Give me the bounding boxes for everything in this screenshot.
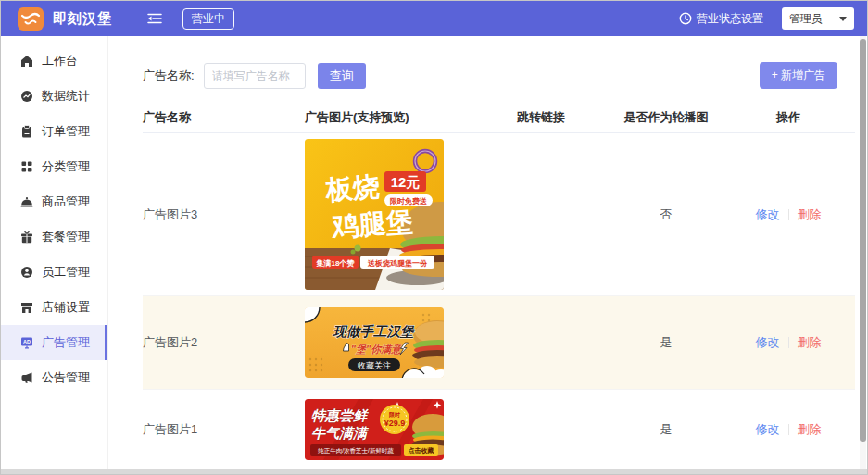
ad-carousel-flag: 否	[610, 206, 722, 223]
ad-image-preview[interactable]: 现做手工汉堡 "堡"你满意 收藏关注	[305, 307, 444, 378]
ad1-title1: 特惠尝鲜	[311, 407, 370, 423]
burger-logo-icon	[18, 7, 44, 31]
ad-name: 广告图片2	[143, 334, 305, 351]
sidebar-item-label: 员工管理	[42, 264, 90, 281]
sidebar-item-products[interactable]: 商品管理	[1, 184, 107, 219]
grid-icon	[20, 160, 33, 173]
staff-icon	[20, 266, 33, 279]
ad-name: 广告图片3	[143, 206, 305, 223]
clipboard-icon	[20, 125, 33, 138]
chevron-down-icon	[839, 17, 847, 21]
header-carousel: 是否作为轮播图	[610, 109, 722, 126]
ad3-promo-text: 送板烧鸡腿堡一份	[367, 259, 428, 268]
ad1-badge-price: ¥29.9	[384, 419, 406, 428]
search-label: 广告名称:	[143, 68, 195, 84]
ad2-subtitle: "堡"你满意	[351, 344, 403, 355]
sidebar-item-statistics[interactable]: 数据统计	[1, 79, 107, 114]
sidebar-item-combos[interactable]: 套餐管理	[1, 219, 107, 255]
role-select[interactable]: 管理员	[782, 7, 854, 30]
search-input[interactable]	[204, 63, 306, 89]
edit-link[interactable]: 修改	[756, 421, 780, 438]
ad3-price: 12元	[391, 174, 421, 190]
edit-link[interactable]: 修改	[756, 334, 780, 351]
sidebar-item-label: 广告管理	[42, 334, 90, 351]
ad3-promo-badge: 集满18个赞	[316, 259, 355, 268]
ad-image-preview[interactable]: 板烧 鸡腿堡 12元 限时免费送 集满18个赞 送板烧鸡腿堡一份	[305, 139, 444, 290]
sidebar-item-label: 公告管理	[42, 369, 90, 386]
divider	[788, 337, 789, 348]
ad3-title2: 鸡腿堡	[331, 206, 414, 242]
ad2-button: 收藏关注	[358, 361, 391, 370]
sidebar-item-label: 分类管理	[42, 158, 90, 175]
ad-image-preview[interactable]: 特惠尝鲜 牛气满满 限时 ¥29.9 纯正牛肉/浓香芝士/新鲜时蔬 点击收藏	[305, 399, 444, 460]
ad-carousel-flag: 是	[610, 334, 722, 351]
header-operation: 操作	[722, 109, 855, 126]
sidebar-item-label: 数据统计	[42, 88, 90, 105]
ad1-badge-small: 限时	[389, 411, 400, 419]
role-select-value: 管理员	[789, 11, 823, 27]
ad-name: 广告图片1	[143, 421, 305, 438]
delete-link[interactable]: 删除	[798, 206, 822, 223]
vertical-scrollbar[interactable]	[860, 36, 866, 469]
bottom-window-edge	[1, 469, 867, 474]
table-row: 广告图片3	[143, 133, 855, 296]
delete-link[interactable]: 删除	[798, 334, 822, 351]
dish-icon	[20, 195, 33, 208]
clock-icon	[679, 12, 692, 25]
search-bar: 广告名称: 查询 + 新增广告	[143, 62, 860, 89]
table-row: 广告图片2	[143, 296, 855, 390]
storefront-icon	[20, 301, 33, 314]
business-status-label: 营业状态设置	[697, 11, 763, 27]
business-status-setting[interactable]: 营业状态设置	[679, 11, 763, 27]
header-ad-name: 广告名称	[143, 109, 305, 126]
sidebar-item-staff[interactable]: 员工管理	[1, 255, 107, 290]
table-row: 广告图片1	[143, 390, 855, 470]
ad1-title2: 牛气满满	[311, 425, 370, 441]
home-icon	[20, 55, 33, 68]
sidebar-item-label: 订单管理	[42, 123, 90, 140]
divider	[788, 424, 789, 435]
ad3-title1: 板烧	[324, 171, 381, 205]
app-title: 即刻汉堡	[53, 10, 112, 28]
ad-carousel-flag: 是	[610, 421, 722, 438]
sidebar-item-ads[interactable]: AD 广告管理	[1, 325, 107, 360]
sidebar-item-label: 店铺设置	[42, 299, 90, 316]
divider	[788, 209, 789, 220]
sidebar-item-orders[interactable]: 订单管理	[1, 114, 107, 149]
ad1-features: 纯正牛肉/浓香芝士/新鲜时蔬	[317, 447, 394, 455]
stats-icon	[20, 90, 33, 103]
sidebar-item-categories[interactable]: 分类管理	[1, 149, 107, 184]
delete-link[interactable]: 删除	[798, 421, 822, 438]
scrollbar-thumb[interactable]	[860, 39, 866, 442]
ads-table: 广告名称 广告图片(支持预览) 跳转链接 是否作为轮播图 操作 广告图片3	[143, 102, 855, 470]
sidebar-item-notices[interactable]: 公告管理	[1, 360, 107, 395]
sidebar-item-label: 工作台	[42, 53, 78, 69]
ad2-title: 现做手工汉堡	[333, 324, 416, 339]
table-header: 广告名称 广告图片(支持预览) 跳转链接 是否作为轮播图 操作	[143, 102, 855, 133]
ad-screen-icon: AD	[20, 336, 33, 349]
header-ad-image: 广告图片(支持预览)	[305, 109, 472, 126]
menu-collapse-icon[interactable]	[147, 12, 162, 25]
topbar: 即刻汉堡 营业中 营业状态设置 管理员	[1, 1, 867, 36]
edit-link[interactable]: 修改	[756, 206, 780, 223]
svg-text:AD: AD	[23, 339, 31, 344]
sidebar-item-label: 套餐管理	[42, 229, 90, 245]
sidebar: 工作台 数据统计 订单管理 分类管理 商品管理 套餐管理 员工管理	[1, 36, 108, 469]
status-badge[interactable]: 营业中	[182, 8, 234, 30]
sidebar-item-store-settings[interactable]: 店铺设置	[1, 290, 107, 325]
add-ad-button[interactable]: + 新增广告	[760, 62, 837, 89]
ad3-subtitle: 限时免费送	[390, 197, 427, 206]
query-button[interactable]: 查询	[318, 63, 366, 89]
sidebar-item-workbench[interactable]: 工作台	[1, 44, 107, 79]
ad1-button: 点击收藏	[409, 447, 434, 455]
combo-box-icon	[20, 231, 33, 244]
header-jump-link: 跳转链接	[472, 109, 610, 126]
megaphone-icon	[20, 371, 33, 384]
main-content: 广告名称: 查询 + 新增广告 广告名称 广告图片(支持预览) 跳转链接 是否作…	[108, 36, 860, 469]
app-window: 即刻汉堡 营业中 营业状态设置 管理员 工	[0, 0, 868, 475]
sidebar-item-label: 商品管理	[42, 194, 90, 210]
